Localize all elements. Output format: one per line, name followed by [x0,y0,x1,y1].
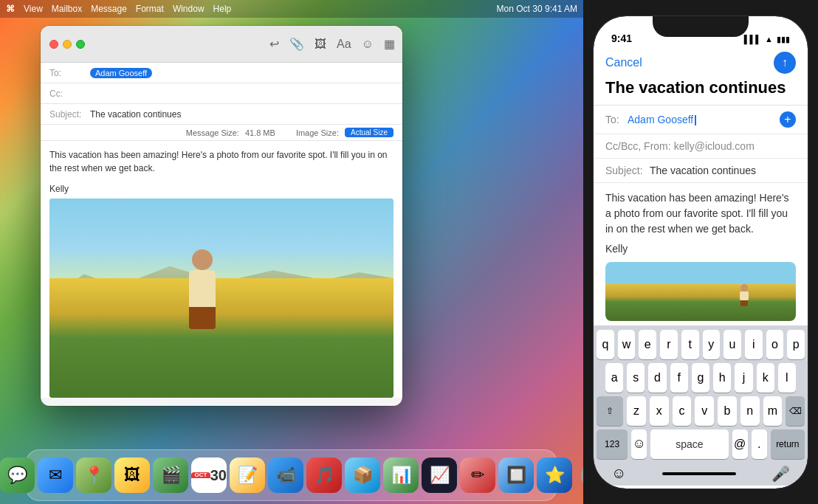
key-l[interactable]: l [778,363,796,393]
key-i[interactable]: i [745,330,763,359]
iphone-mail-body[interactable]: This vacation has been amazing! Here's a… [594,183,808,240]
key-e[interactable]: e [639,330,656,359]
iphone-ccbcc-row[interactable]: Cc/Bcc, From: kelly@icloud.com [594,134,808,159]
key-b[interactable]: b [718,396,737,426]
menu-mailbox[interactable]: Mailbox [52,4,82,14]
key-n[interactable]: n [740,396,760,426]
key-y[interactable]: y [703,330,721,359]
message-size-value: 41.8 MB [245,128,275,137]
dock-photos[interactable]: 🖼 [114,458,150,493]
key-z[interactable]: z [627,396,646,426]
figure-head [192,249,213,270]
key-a[interactable]: a [605,363,623,393]
key-s[interactable]: s [627,363,645,393]
dock-facetime2[interactable]: 📹 [268,458,303,493]
iphone-subject-title: The vacation continues [605,78,796,97]
dictation-icon[interactable]: 🎤 [771,465,790,483]
key-f[interactable]: f [670,363,688,393]
cancel-button[interactable]: Cancel [605,56,642,69]
actual-size-button[interactable]: Actual Size [345,128,393,137]
key-q[interactable]: q [597,330,614,359]
iphone-photo-preview [605,262,796,321]
dock-mail[interactable]: ✉ [38,458,73,493]
keyboard-row-1: q w e r t y u i o p [597,330,805,359]
attachment-icon[interactable]: 📎 [289,37,304,51]
toolbar-icons: ↩ 📎 🖼 Aa ☺ ▦ [269,37,395,51]
iphone-keyboard: q w e r t y u i o p a s d f g [594,325,808,486]
more-icon[interactable]: ▦ [384,37,395,51]
format-text-icon[interactable]: Aa [337,38,351,51]
dock-music[interactable]: 🎵 [306,458,342,493]
preview-figure [740,284,749,305]
close-button[interactable] [49,40,58,49]
key-delete[interactable]: ⌫ [786,396,805,426]
send-button[interactable]: ↑ [774,52,796,74]
dock-finder[interactable]: 📦 [345,458,380,493]
minimize-button[interactable] [63,40,72,49]
menu-format[interactable]: Format [136,4,164,14]
image-size-label: Image Size: [296,128,339,137]
menu-message[interactable]: Message [91,4,127,14]
menu-view[interactable]: View [24,4,43,14]
dock-maps[interactable]: 📍 [76,458,111,493]
dock-stocks[interactable]: 📈 [422,458,457,493]
key-o[interactable]: o [766,330,784,359]
cc-field-row[interactable]: Cc: [41,83,402,104]
key-k[interactable]: k [757,363,774,393]
emoji-icon[interactable]: ☺ [362,38,374,51]
iphone-bottom-bar: ☺ 🎤 [597,459,805,486]
dock-numbers[interactable]: 📊 [383,458,419,493]
photo-icon[interactable]: 🖼 [315,38,326,51]
emoji-compose-icon[interactable]: ☺ [611,465,626,482]
key-m[interactable]: m [763,396,783,426]
maximize-button[interactable] [76,40,85,49]
key-x[interactable]: x [650,396,669,426]
dock-calendar[interactable]: OCT 30 [191,458,227,493]
mail-compose-window: ↩ 📎 🖼 Aa ☺ ▦ To: Adam Gooseff Cc: Subjec… [41,26,402,406]
recipient-tag[interactable]: Adam Gooseff [90,68,152,78]
mail-titlebar: ↩ 📎 🖼 Aa ☺ ▦ [41,26,402,63]
traffic-lights [49,40,85,49]
key-period[interactable]: . [752,429,767,459]
dock-pages[interactable]: ✏ [460,458,495,493]
to-field-row[interactable]: To: Adam Gooseff [41,63,402,83]
undo-icon[interactable]: ↩ [269,37,279,51]
dock-notes[interactable]: 📝 [230,458,265,493]
dock-xcode[interactable]: 🔲 [498,458,534,493]
iphone-subject-row[interactable]: Subject: The vacation continues [594,159,808,183]
key-v[interactable]: v [695,396,714,426]
key-u[interactable]: u [724,330,741,359]
subject-field-row[interactable]: Subject: The vacation continues [41,104,402,125]
key-emoji[interactable]: ☺ [631,429,647,459]
key-shift[interactable]: ⇧ [597,396,623,426]
key-d[interactable]: d [648,363,666,393]
dock-facetime[interactable]: 🎬 [153,458,188,493]
add-recipient-button[interactable]: + [780,111,796,128]
key-j[interactable]: j [735,363,752,393]
dock-messages[interactable]: 💬 [0,458,35,493]
iphone-to-label: To: [605,114,628,125]
key-r[interactable]: r [660,330,678,359]
iphone-body: 9:41 ▌▌▌ ▲ ▮▮▮ Cancel ↑ The vacation con… [594,16,808,489]
iphone-device: 9:41 ▌▌▌ ▲ ▮▮▮ Cancel ↑ The vacation con… [583,0,818,504]
key-g[interactable]: g [692,363,709,393]
menu-help[interactable]: Help [213,4,232,14]
iphone-to-row[interactable]: To: Adam Gooseff + [594,106,808,134]
key-numbers[interactable]: 123 [597,429,628,459]
mac-desktop: ⌘ View Mailbox Message Format Window Hel… [0,0,583,504]
iphone-mail-header: Cancel ↑ The vacation continues [594,49,808,106]
signal-icon: ▌▌▌ [744,35,761,44]
key-h[interactable]: h [713,363,731,393]
apple-menu[interactable]: ⌘ [6,4,15,14]
key-p[interactable]: p [787,330,805,359]
mail-body-text[interactable]: This vacation has been amazing! Here's a… [41,141,402,182]
menu-window[interactable]: Window [173,4,205,14]
key-c[interactable]: c [673,396,692,426]
key-t[interactable]: t [681,330,699,359]
key-w[interactable]: w [618,330,636,359]
key-space[interactable]: space [650,429,728,459]
key-return[interactable]: return [771,429,805,459]
key-at[interactable]: @ [732,429,748,459]
dock-appstore[interactable]: ⭐ [537,458,572,493]
cc-label: Cc: [49,89,90,99]
